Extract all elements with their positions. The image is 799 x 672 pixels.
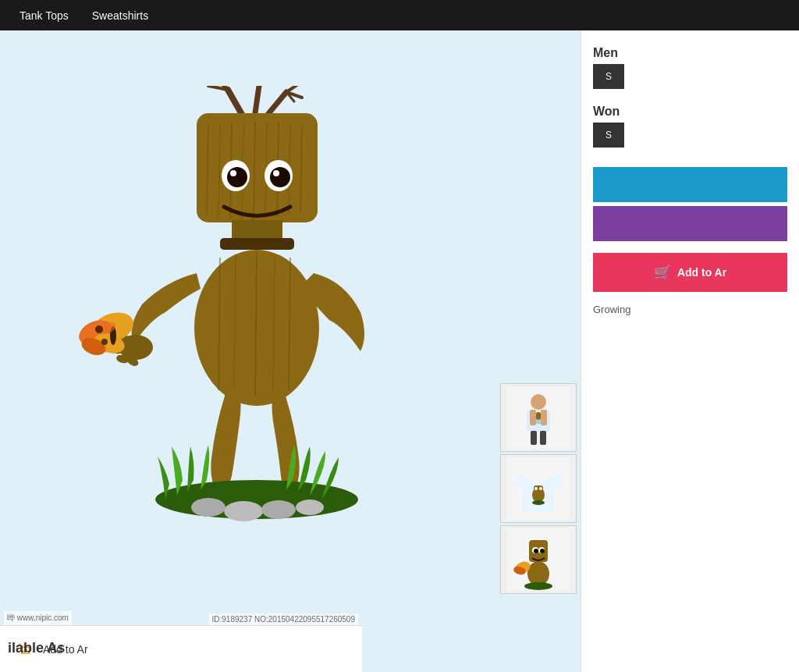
svg-point-50 [261,500,296,519]
thumbnail-2[interactable] [500,454,577,523]
svg-point-72 [534,549,538,553]
color-btn-blue[interactable] [593,167,787,202]
color-options [593,167,787,245]
men-size-selector: S [593,64,787,89]
right-sidebar: Men S Won S 🛒 Add to Ar Growing [581,30,799,672]
top-navigation: Tank Tops Sweatshirts [0,0,799,30]
svg-line-3 [255,86,259,113]
svg-point-45 [95,325,103,333]
cart-btn-label: Add to Ar [677,266,726,279]
thumbnail-1[interactable] [500,383,577,452]
svg-rect-27 [220,238,294,250]
nav-tank-tops[interactable]: Tank Tops [8,9,80,22]
product-image-area: 🛍 Add to Ar 哗 www.nipic.com ID:9189237 N… [0,30,581,672]
svg-point-22 [227,167,247,187]
svg-point-23 [270,167,290,187]
main-container: 🛍 Add to Ar 哗 www.nipic.com ID:9189237 N… [0,30,799,672]
women-size-selector: S [593,123,787,148]
men-label: Men [593,46,787,60]
svg-rect-10 [197,113,318,222]
svg-rect-60 [540,431,546,445]
cart-icon: 🛒 [654,264,671,281]
svg-point-51 [296,500,324,515]
svg-point-48 [191,498,225,517]
thumbnail-panel [500,383,577,594]
svg-rect-59 [531,431,537,445]
color-btn-purple[interactable] [593,206,787,241]
svg-point-53 [531,394,546,410]
svg-point-67 [532,500,545,505]
size-btn-s-women[interactable]: S [593,123,624,148]
svg-point-65 [534,487,538,490]
svg-rect-57 [530,410,536,425]
add-to-cart-button[interactable]: 🛒 Add to Ar [593,253,787,292]
svg-point-25 [273,170,279,176]
nav-sweatshirts[interactable]: Sweatshirts [80,9,160,22]
svg-line-6 [267,92,286,116]
thumbnail-3[interactable] [500,525,577,594]
svg-point-24 [230,170,236,176]
available-as-text: ilable As [8,640,65,656]
women-label: Won [593,105,787,119]
women-section: Won S [593,105,787,148]
size-btn-s-men[interactable]: S [593,64,624,89]
svg-point-77 [524,582,552,590]
product-illustration [64,86,517,617]
watermark-nipic: 哗 www.nipic.com [4,611,72,625]
svg-line-0 [228,90,243,117]
svg-point-66 [539,487,542,490]
product-name: Growing [593,304,787,315]
svg-point-56 [535,412,542,420]
svg-rect-58 [541,410,547,425]
svg-point-73 [540,549,545,553]
svg-point-49 [224,501,263,521]
watermark-id: ID:9189237 NO:20150422095517260509 [209,613,359,625]
svg-point-46 [101,339,108,345]
men-section: Men S [593,46,787,89]
